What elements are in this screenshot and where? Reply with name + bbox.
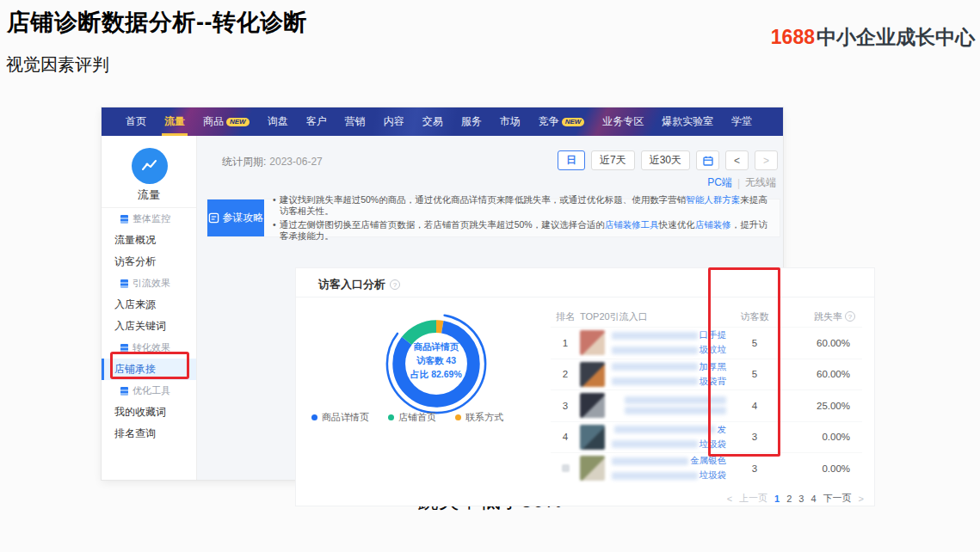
- tip-segment: 快速优化: [659, 219, 695, 230]
- nav-item-营销[interactable]: 营销: [345, 107, 366, 136]
- product-thumbnail: [580, 425, 605, 450]
- table-row[interactable]: 金属银色垃圾袋30.00%: [551, 452, 862, 484]
- donut-svg: [380, 308, 492, 420]
- table-row[interactable]: 2加厚黑圾袋背560.00%: [551, 359, 862, 390]
- nav-item-label: 服务: [461, 114, 482, 129]
- info-icon[interactable]: ?: [390, 279, 400, 290]
- product-text: 发垃圾袋: [612, 424, 726, 451]
- header-visitors: 访客数: [726, 310, 783, 323]
- prev-period-button[interactable]: <: [725, 150, 749, 170]
- nav-item-流量[interactable]: 流量: [164, 107, 185, 136]
- sidebar-item-流量概况[interactable]: 流量概况: [102, 230, 196, 251]
- tip-segment: 建议找到跳失率超过50%的商品，通过优化商品详情页来降低跳失率，或通过优化标题、…: [280, 194, 687, 205]
- rank-cell: [551, 463, 580, 474]
- calendar-button[interactable]: [696, 150, 719, 170]
- visitor-entry-donut-chart[interactable]: [380, 308, 492, 420]
- prev-page-button[interactable]: 上一页: [739, 492, 767, 505]
- tip-link[interactable]: 智能人群方案: [686, 194, 740, 205]
- nav-item-交易[interactable]: 交易: [422, 107, 443, 136]
- nav-item-label: 营销: [345, 114, 366, 129]
- product-text: 口手提圾蚊垃: [612, 329, 726, 356]
- product-cell[interactable]: 金属银色垃圾袋: [580, 455, 726, 481]
- sidebar-item-排名查询[interactable]: 排名查询: [102, 423, 196, 445]
- device-tab-无线端[interactable]: 无线端: [745, 175, 776, 190]
- legend-label: 商品详情页: [322, 411, 369, 424]
- nav-item-学堂[interactable]: 学堂: [731, 107, 752, 136]
- nav-item-首页[interactable]: 首页: [126, 107, 146, 136]
- tip-link[interactable]: 店铺装修: [695, 219, 731, 230]
- stat-period: 统计周期:2023-06-27: [222, 155, 323, 169]
- sidebar-item-label: 流量概况: [114, 233, 156, 248]
- legend-dot: [388, 414, 394, 420]
- sidebar-item-引流效果: 引流效果: [102, 273, 196, 294]
- range-button-近7天[interactable]: 近7天: [591, 150, 635, 170]
- legend-dot: [455, 414, 461, 420]
- product-cell[interactable]: 加厚黑圾袋背: [580, 361, 726, 388]
- next-arrow[interactable]: >: [859, 494, 864, 504]
- chart-mini-icon: [120, 215, 128, 224]
- product-text-line: 圾蚊垃: [612, 344, 726, 356]
- panel-divider: [296, 297, 874, 297]
- sidebar: 流量 整体监控流量概况访客分析引流效果入店来源入店关键词转化效果店铺承接优化工具…: [102, 136, 197, 480]
- donut-legend: 商品详情页店铺首页联系方式: [311, 411, 503, 424]
- table-row[interactable]: 3425.00%: [551, 389, 862, 421]
- next-page-button[interactable]: 下一页: [823, 492, 852, 505]
- tip-text: 通过左侧饼图切换至店铺首页数据，若店铺首页跳失率超过50%，建议选择合适的店铺装…: [280, 219, 771, 242]
- nav-item-竞争[interactable]: 竞争NEW: [539, 107, 585, 136]
- range-button-近30天[interactable]: 近30天: [641, 150, 690, 170]
- device-tab-PC端[interactable]: PC端: [707, 175, 732, 190]
- legend-店铺首页[interactable]: 店铺首页: [388, 411, 436, 424]
- legend-label: 店铺首页: [398, 411, 436, 424]
- tip-text: 建议找到跳失率超过50%的商品，通过优化商品详情页来降低跳失率，或通过优化标题、…: [280, 194, 771, 217]
- sidebar-item-整体监控: 整体监控: [102, 208, 196, 230]
- range-button-日[interactable]: 日: [558, 150, 585, 170]
- bullet-dot: •: [273, 219, 276, 242]
- sidebar-item-我的收藏词[interactable]: 我的收藏词: [102, 402, 196, 423]
- strategy-guide-button[interactable]: 参谋攻略: [207, 199, 264, 236]
- bounce-info-icon[interactable]: ?: [845, 311, 855, 322]
- calendar-icon: [703, 156, 713, 166]
- product-thumbnail: [580, 456, 605, 481]
- nav-item-客户[interactable]: 客户: [306, 107, 327, 136]
- device-tabs: PC端|无线端: [707, 175, 776, 190]
- legend-联系方式[interactable]: 联系方式: [455, 411, 503, 424]
- product-cell[interactable]: 发垃圾袋: [580, 424, 726, 451]
- header-bounce-rate: 跳失率 ?: [783, 310, 862, 323]
- prev-arrow[interactable]: <: [727, 494, 732, 504]
- table-row[interactable]: 4发垃圾袋30.00%: [551, 421, 862, 453]
- legend-dot: [311, 414, 317, 420]
- product-thumbnail: [580, 362, 605, 387]
- visitors-cell: 3: [726, 432, 783, 442]
- product-cell[interactable]: [580, 393, 726, 418]
- product-text-line: 口手提: [612, 329, 726, 341]
- page-2[interactable]: 2: [786, 494, 792, 504]
- sidebar-menu: 整体监控流量概况访客分析引流效果入店来源入店关键词转化效果店铺承接优化工具我的收…: [102, 208, 196, 445]
- sidebar-item-入店来源[interactable]: 入店来源: [102, 294, 196, 316]
- page-3[interactable]: 3: [798, 494, 804, 504]
- blurred-text: [612, 347, 698, 354]
- product-text: [612, 396, 726, 414]
- page-1[interactable]: 1: [774, 494, 780, 504]
- product-text-fragment: 垃圾袋: [700, 439, 727, 451]
- bounce-rate-cell: 0.00%: [783, 463, 862, 474]
- pagination: <上一页1234下一页>: [727, 492, 864, 505]
- table-row[interactable]: 1口手提圾蚊垃560.00%: [551, 327, 862, 359]
- nav-item-内容[interactable]: 内容: [384, 107, 404, 136]
- nav-item-市场[interactable]: 市场: [500, 107, 521, 136]
- tip-link[interactable]: 店铺装修工具: [605, 219, 659, 230]
- nav-item-商品[interactable]: 商品NEW: [203, 107, 250, 136]
- nav-item-询盘[interactable]: 询盘: [268, 107, 288, 136]
- nav-item-业务专区[interactable]: 业务专区: [602, 107, 644, 136]
- sidebar-item-店铺承接[interactable]: 店铺承接: [102, 359, 196, 380]
- nav-item-label: 学堂: [731, 114, 752, 129]
- nav-item-服务[interactable]: 服务: [461, 107, 482, 136]
- sidebar-item-label: 我的收藏词: [114, 405, 166, 420]
- nav-item-爆款实验室[interactable]: 爆款实验室: [662, 107, 713, 136]
- next-period-button[interactable]: >: [755, 150, 778, 170]
- page-4[interactable]: 4: [811, 494, 816, 504]
- product-cell[interactable]: 口手提圾蚊垃: [580, 329, 726, 356]
- sidebar-item-访客分析[interactable]: 访客分析: [102, 251, 196, 273]
- sidebar-item-入店关键词[interactable]: 入店关键词: [102, 316, 196, 337]
- visitors-cell: 4: [726, 401, 783, 411]
- legend-商品详情页[interactable]: 商品详情页: [311, 411, 369, 424]
